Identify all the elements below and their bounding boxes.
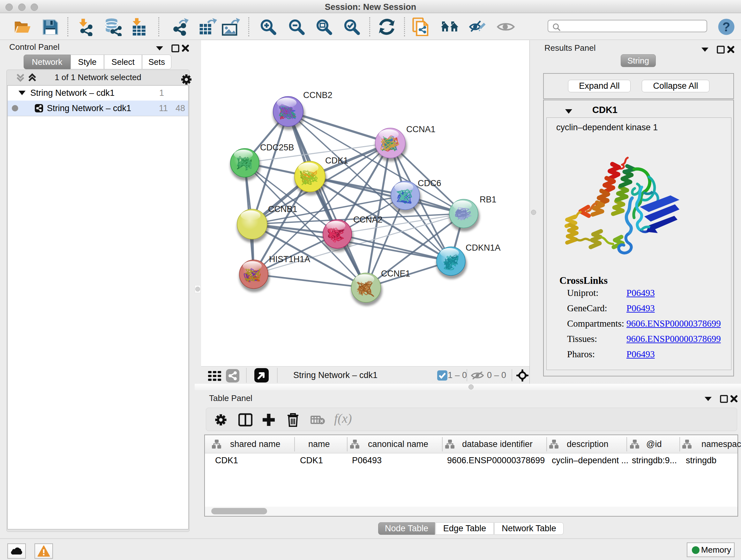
svg-text:?: ? [723,20,730,34]
svg-text:CDK1: CDK1 [325,156,348,165]
svg-text:CCNB1: CCNB1 [268,204,297,214]
svg-text:HIST1H1A: HIST1H1A [269,254,310,264]
svg-text:CDC6: CDC6 [418,179,441,188]
svg-text:CDKN1A: CDKN1A [466,243,501,253]
svg-text:CCNA1: CCNA1 [406,125,435,134]
svg-text:CCNB2: CCNB2 [303,90,333,100]
svg-text:CDC25B: CDC25B [260,143,294,152]
svg-text:CCNA2: CCNA2 [353,215,383,225]
svg-text:CCNE1: CCNE1 [381,269,410,278]
svg-text:RB1: RB1 [480,195,496,204]
